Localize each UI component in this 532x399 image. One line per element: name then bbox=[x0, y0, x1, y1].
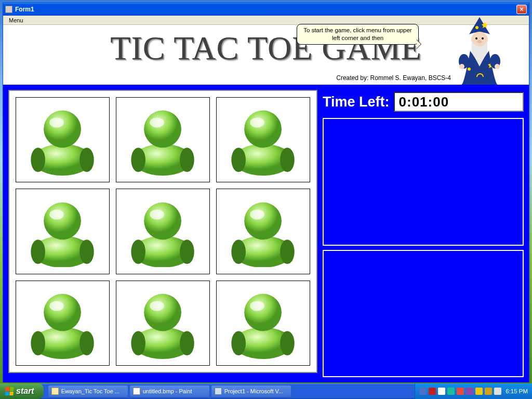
svg-point-3 bbox=[482, 37, 484, 39]
svg-point-8 bbox=[459, 64, 464, 69]
svg-point-41 bbox=[31, 331, 46, 355]
grid-cell-3[interactable] bbox=[16, 189, 110, 274]
tray-icon-4[interactable] bbox=[457, 388, 464, 395]
svg-point-38 bbox=[245, 202, 282, 240]
svg-point-9 bbox=[495, 64, 500, 69]
taskbar: start Ewayan_Tic Toc Toe ... untitled.bm… bbox=[0, 383, 532, 399]
svg-point-29 bbox=[50, 209, 64, 219]
svg-point-21 bbox=[232, 148, 246, 172]
start-button[interactable]: start bbox=[0, 383, 44, 399]
svg-point-44 bbox=[50, 301, 64, 311]
svg-point-48 bbox=[144, 294, 182, 331]
close-button[interactable]: × bbox=[516, 5, 527, 14]
assistant-tooltip: To start the game, click menu from upper… bbox=[297, 24, 419, 45]
app-window: Form1 × Menu To start the game, click me… bbox=[3, 3, 529, 382]
task-button-2[interactable]: Project1 - Microsoft V... bbox=[211, 385, 291, 397]
svg-point-43 bbox=[44, 294, 82, 331]
svg-point-16 bbox=[131, 148, 146, 172]
menu-item-menu[interactable]: Menu bbox=[5, 17, 27, 24]
grid-cell-7[interactable] bbox=[116, 281, 210, 366]
tray-icon-2[interactable] bbox=[438, 388, 445, 395]
grid-cell-2[interactable] bbox=[216, 97, 310, 182]
taskbar-clock[interactable]: 6:15 PM bbox=[506, 388, 528, 394]
grid-cell-1[interactable] bbox=[116, 97, 210, 182]
svg-point-0 bbox=[475, 26, 478, 29]
svg-point-47 bbox=[180, 331, 195, 355]
svg-point-11 bbox=[31, 148, 46, 172]
tray-icon-8[interactable] bbox=[494, 388, 501, 395]
svg-point-22 bbox=[281, 148, 295, 172]
svg-point-13 bbox=[44, 111, 82, 148]
task-label-0: Ewayan_Tic Toc Toe ... bbox=[61, 388, 119, 394]
vb-icon bbox=[215, 388, 222, 395]
grid-cell-4[interactable] bbox=[116, 189, 210, 274]
svg-point-54 bbox=[250, 301, 265, 311]
svg-point-5 bbox=[468, 68, 471, 71]
svg-point-27 bbox=[80, 240, 95, 264]
tray-icon-1[interactable] bbox=[429, 388, 436, 395]
svg-point-18 bbox=[144, 111, 182, 148]
task-label-1: untitled.bmp - Paint bbox=[143, 388, 192, 394]
credit-text: Created by: Rommel S. Ewayan, BSCS-4 bbox=[336, 74, 451, 82]
svg-point-31 bbox=[131, 240, 146, 264]
tray-icon-6[interactable] bbox=[475, 388, 483, 395]
info-box-2 bbox=[323, 250, 524, 378]
task-button-1[interactable]: untitled.bmp - Paint bbox=[129, 385, 210, 397]
svg-point-49 bbox=[150, 301, 165, 311]
task-button-0[interactable]: Ewayan_Tic Toc Toe ... bbox=[48, 385, 128, 397]
grid-cell-5[interactable] bbox=[216, 189, 310, 274]
start-label: start bbox=[16, 387, 34, 396]
window-title: Form1 bbox=[15, 6, 516, 13]
tray-icon-5[interactable] bbox=[466, 388, 473, 395]
svg-point-52 bbox=[281, 331, 295, 355]
timer-label: Time Left: bbox=[323, 94, 390, 110]
windows-logo-icon bbox=[5, 387, 14, 395]
svg-point-46 bbox=[131, 331, 146, 355]
timer-value: 0:01:00 bbox=[394, 92, 524, 112]
app-icon bbox=[5, 6, 12, 13]
svg-point-19 bbox=[150, 117, 165, 127]
svg-point-4 bbox=[477, 40, 482, 43]
task-buttons: Ewayan_Tic Toc Toe ... untitled.bmp - Pa… bbox=[44, 385, 415, 397]
wizard-icon bbox=[454, 15, 506, 85]
svg-point-53 bbox=[245, 294, 282, 331]
header-area: To start the game, click menu from upper… bbox=[3, 25, 529, 85]
game-area: Time Left: 0:01:00 bbox=[3, 85, 529, 382]
svg-point-42 bbox=[80, 331, 95, 355]
grid-cell-8[interactable] bbox=[216, 281, 310, 366]
svg-point-39 bbox=[250, 209, 265, 219]
svg-point-24 bbox=[250, 117, 265, 127]
svg-point-26 bbox=[31, 240, 46, 264]
tray-icon-7[interactable] bbox=[485, 388, 492, 395]
tray-icon-3[interactable] bbox=[447, 388, 455, 395]
svg-point-23 bbox=[245, 111, 282, 148]
folder-icon bbox=[51, 388, 59, 395]
svg-point-37 bbox=[281, 240, 295, 264]
svg-point-28 bbox=[44, 202, 82, 240]
system-tray[interactable]: 6:15 PM bbox=[415, 383, 532, 399]
side-panel: Time Left: 0:01:00 bbox=[323, 90, 524, 377]
titlebar[interactable]: Form1 × bbox=[3, 3, 529, 16]
timer-row: Time Left: 0:01:00 bbox=[323, 90, 524, 114]
svg-point-34 bbox=[150, 209, 165, 219]
info-box-1 bbox=[323, 118, 524, 246]
task-label-2: Project1 - Microsoft V... bbox=[224, 388, 283, 394]
tic-tac-toe-grid bbox=[8, 90, 317, 373]
menubar: Menu bbox=[3, 16, 529, 25]
svg-point-32 bbox=[180, 240, 195, 264]
svg-point-51 bbox=[232, 331, 246, 355]
paint-icon bbox=[133, 388, 140, 395]
svg-point-12 bbox=[80, 148, 95, 172]
svg-point-33 bbox=[144, 202, 182, 240]
svg-point-36 bbox=[232, 240, 246, 264]
desktop: Form1 × Menu To start the game, click me… bbox=[0, 0, 532, 399]
grid-cell-6[interactable] bbox=[16, 281, 110, 366]
grid-cell-0[interactable] bbox=[16, 97, 110, 182]
svg-point-17 bbox=[180, 148, 195, 172]
svg-point-14 bbox=[50, 117, 64, 127]
tray-icon-0[interactable] bbox=[419, 388, 427, 395]
svg-point-2 bbox=[475, 37, 477, 39]
